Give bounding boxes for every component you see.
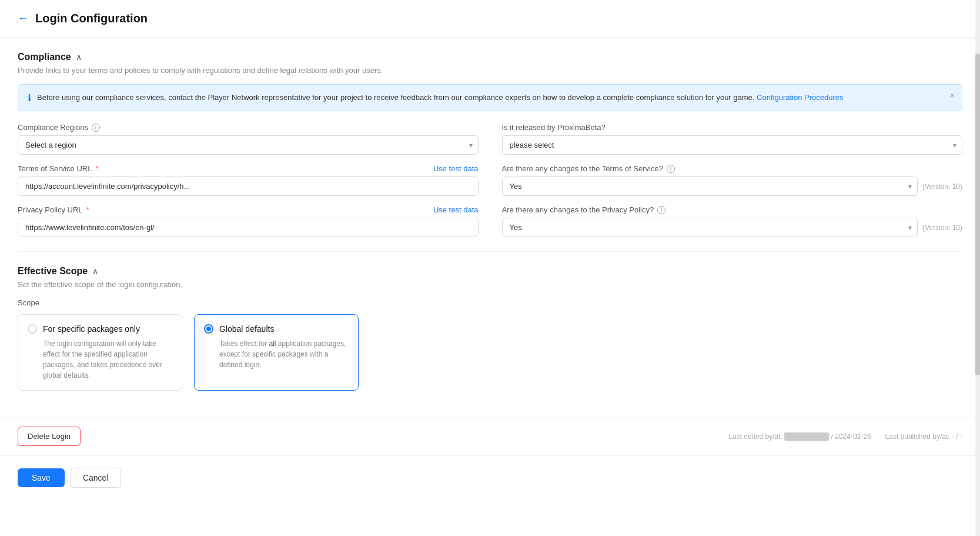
privacy-changes-select-wrapper: Yes No [502,218,918,237]
released-label: Is it released by ProximaBeta? [502,123,963,132]
scope-cards: For specific packages only The login con… [18,314,962,391]
effective-scope-header: Effective Scope ∧ [18,266,962,277]
privacy-url-group: Privacy Policy URL * Use test data [18,205,479,237]
tos-url-group: Terms of Service URL * Use test data [18,164,479,196]
scrollbar-track [975,0,980,536]
privacy-use-test-data-link[interactable]: Use test data [433,205,479,214]
scrollbar-thumb[interactable] [975,54,980,375]
header: ← Login Configuration [0,0,980,38]
tos-url-label-row: Terms of Service URL * Use test data [18,164,479,173]
released-select[interactable]: please select Yes No [502,135,963,155]
effective-scope-section: Effective Scope ∧ Set the effective scop… [18,266,962,391]
scope-card-specific-header: For specific packages only [28,324,172,334]
tos-use-test-data-link[interactable]: Use test data [433,164,479,173]
last-edited-text: Last edited by/at: ████████ / 2024-02-26 [728,432,871,441]
info-banner-text: Before using our compliance services, co… [37,92,844,104]
delete-login-button[interactable]: Delete Login [18,427,81,446]
privacy-version-badge: (Version: 10) [922,224,962,232]
compliance-section-header: Compliance ∧ [18,52,962,62]
scope-radio-global[interactable] [204,324,213,334]
compliance-regions-info-icon: i [92,124,100,132]
scope-radio-specific[interactable] [28,324,37,334]
tos-changes-label: Are there any changes to the Terms of Se… [502,164,963,173]
privacy-changes-select[interactable]: Yes No [502,218,918,237]
compliance-collapse-icon[interactable]: ∧ [76,52,82,62]
scope-card-global[interactable]: Global defaults Takes effect for all app… [194,314,359,391]
scope-card-specific-title: For specific packages only [43,324,140,334]
bottom-bar: Delete Login Last edited by/at: ████████… [0,417,980,455]
effective-scope-collapse-icon[interactable]: ∧ [92,267,98,276]
footer-meta: Last edited by/at: ████████ / 2024-02-26… [728,432,962,441]
section-divider [18,251,962,252]
left-column: Compliance Regions i Select a region Glo… [18,123,479,237]
compliance-regions-label: Compliance Regions i [18,123,479,132]
privacy-changes-group: Are there any changes to the Privacy Pol… [502,205,963,237]
scope-card-global-header: Global defaults [204,324,349,334]
tos-changes-field: Yes No (Version: 10) [502,177,963,196]
privacy-url-input[interactable] [18,218,479,237]
privacy-changes-field: Yes No (Version: 10) [502,218,963,237]
tos-version-badge: (Version: 10) [922,182,962,191]
scope-card-specific-desc: The login configuration will only take e… [28,338,172,381]
info-banner: ℹ Before using our compliance services, … [18,84,962,111]
privacy-changes-info-icon: i [657,206,665,214]
effective-scope-subtitle: Set the effective scope of the login con… [18,280,962,289]
effective-scope-title: Effective Scope [18,266,88,277]
back-button[interactable]: ← [18,12,28,25]
compliance-subtitle: Provide links to your terms and policies… [18,66,962,75]
tos-changes-select[interactable]: Yes No [502,177,918,196]
banner-close-button[interactable]: × [950,91,955,100]
last-published-text: Last published by/at: - / - [885,432,962,441]
released-select-wrapper: please select Yes No [502,135,963,155]
page-wrapper: ← Login Configuration Compliance ∧ Provi… [0,0,980,536]
released-group: Is it released by ProximaBeta? please se… [502,123,963,155]
info-icon: ℹ [28,92,31,104]
compliance-form: Compliance Regions i Select a region Glo… [18,123,962,237]
privacy-url-label-row: Privacy Policy URL * Use test data [18,205,479,214]
tos-changes-info-icon: i [667,165,675,173]
main-content: Compliance ∧ Provide links to your terms… [0,38,980,417]
compliance-regions-select-wrapper: Select a region Global China Europe [18,135,479,155]
compliance-title: Compliance [18,52,71,62]
privacy-changes-label: Are there any changes to the Privacy Pol… [502,205,963,214]
scope-label: Scope [18,298,962,307]
scope-card-specific[interactable]: For specific packages only The login con… [18,314,182,391]
save-button[interactable]: Save [18,468,65,487]
action-buttons: Save Cancel [0,455,980,500]
cancel-button[interactable]: Cancel [71,468,121,488]
config-procedures-link[interactable]: Configuration Procedures [757,93,843,102]
compliance-regions-select[interactable]: Select a region Global China Europe [18,135,479,155]
scope-card-global-title: Global defaults [219,324,274,334]
right-column: Is it released by ProximaBeta? please se… [502,123,963,237]
tos-url-input[interactable] [18,177,479,196]
tos-changes-group: Are there any changes to the Terms of Se… [502,164,963,196]
compliance-section: Compliance ∧ Provide links to your terms… [18,52,962,237]
page-title: Login Configuration [35,12,148,25]
footer-left: Delete Login [18,427,81,446]
compliance-regions-group: Compliance Regions i Select a region Glo… [18,123,479,155]
tos-changes-select-wrapper: Yes No [502,177,918,196]
last-edited-user: ████████ [784,432,829,441]
scope-card-global-desc: Takes effect for all application package… [204,338,349,370]
